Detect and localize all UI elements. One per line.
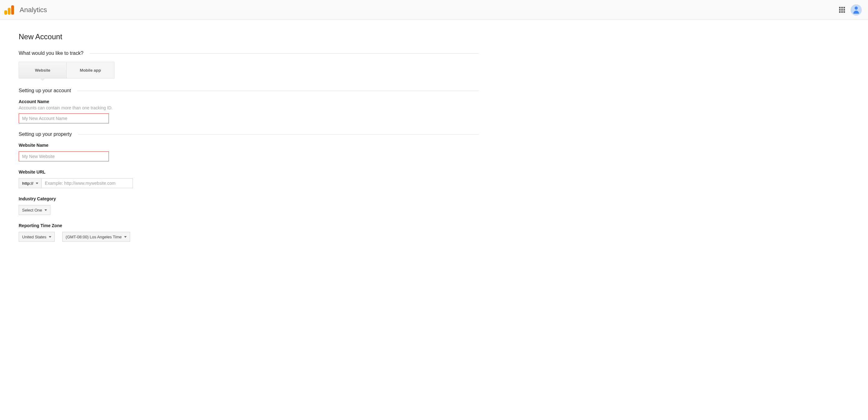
field-account-name: Account Name Accounts can contain more t…	[19, 99, 479, 123]
account-name-input[interactable]	[19, 113, 109, 123]
apps-grid-icon[interactable]	[839, 7, 845, 13]
app-title: Analytics	[20, 6, 47, 14]
industry-label: Industry Category	[19, 196, 479, 201]
user-avatar[interactable]	[850, 4, 862, 16]
field-website-url: Website URL http://	[19, 169, 479, 188]
divider	[90, 53, 479, 54]
section-account-header: Setting up your account	[19, 88, 479, 93]
tab-website[interactable]: Website	[19, 62, 67, 79]
timezone-dropdown[interactable]: (GMT-08:00) Los Angeles Time	[62, 232, 130, 242]
country-dropdown[interactable]: United States	[19, 232, 55, 242]
section-account-label: Setting up your account	[19, 88, 71, 93]
header-left: Analytics	[4, 5, 47, 15]
website-url-label: Website URL	[19, 169, 479, 174]
website-name-label: Website Name	[19, 143, 479, 148]
chevron-down-icon	[49, 236, 51, 238]
protocol-dropdown[interactable]: http://	[19, 178, 42, 188]
account-name-label: Account Name	[19, 99, 479, 104]
analytics-logo-icon	[4, 5, 14, 15]
divider	[77, 91, 479, 91]
industry-value: Select One	[22, 208, 42, 213]
timezone-label: Reporting Time Zone	[19, 223, 479, 228]
field-timezone: Reporting Time Zone United States (GMT-0…	[19, 223, 479, 242]
track-type-tabs: Website Mobile app	[19, 62, 479, 79]
chevron-down-icon	[44, 209, 47, 211]
protocol-value: http://	[22, 181, 33, 186]
page-title: New Account	[19, 32, 479, 41]
main-content: New Account What would you like to track…	[0, 20, 498, 262]
section-track-label: What would you like to track?	[19, 51, 83, 56]
website-name-input[interactable]	[19, 151, 109, 161]
tab-website-label: Website	[35, 68, 51, 73]
section-property-label: Setting up your property	[19, 132, 72, 137]
industry-dropdown[interactable]: Select One	[19, 205, 51, 215]
chevron-down-icon	[36, 183, 38, 184]
timezone-value: (GMT-08:00) Los Angeles Time	[66, 234, 122, 239]
tab-mobile-app[interactable]: Mobile app	[67, 62, 115, 79]
section-property-header: Setting up your property	[19, 132, 479, 137]
chevron-down-icon	[124, 236, 127, 238]
tab-mobile-label: Mobile app	[80, 68, 101, 73]
field-industry: Industry Category Select One	[19, 196, 479, 215]
field-website-name: Website Name	[19, 143, 479, 161]
divider	[78, 134, 479, 135]
section-track-header: What would you like to track?	[19, 51, 479, 56]
country-value: United States	[22, 234, 46, 239]
app-header: Analytics	[0, 0, 868, 20]
account-name-hint: Accounts can contain more than one track…	[19, 105, 479, 110]
website-url-input[interactable]	[42, 178, 133, 188]
header-right	[839, 4, 862, 16]
